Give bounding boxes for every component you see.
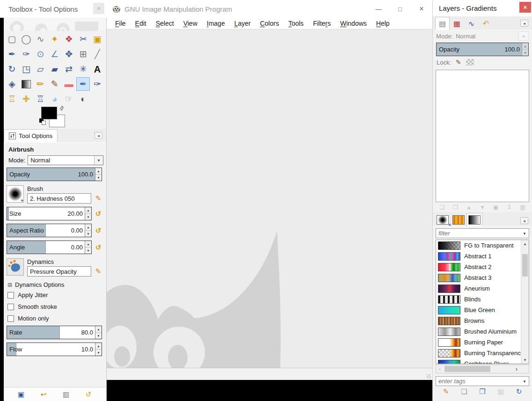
scroll-down-icon[interactable]: ▾ [521,356,529,364]
aspect-ratio-spinner[interactable]: ▲▼ [85,224,91,237]
paths-tool[interactable]: ✒ [5,47,19,61]
collapse-layers-dock-icon[interactable]: ◂ [520,20,528,27]
brush-preview-button[interactable]: + [7,185,24,203]
gradient-vertical-scrollbar[interactable]: ▴ ▾ [521,240,529,364]
paths-tab[interactable]: ∿ [464,17,479,30]
layers-close-button[interactable]: × [519,2,531,13]
opacity-slider[interactable]: Opacity 100.0 ▲▼ [7,168,102,181]
scroll-right-icon[interactable]: › [513,366,520,372]
collapse-tool-options-icon[interactable]: ◂ [95,132,102,139]
layers-titlebar[interactable]: Layers - Gradients × [433,0,532,16]
measure-tool[interactable]: ∠ [48,47,61,61]
delete-gradient-button[interactable]: ▦ [496,387,506,396]
reset-size-icon[interactable]: ↺ [93,209,103,219]
undo-history-tab[interactable]: ↶ [479,17,493,30]
gradient-abstract-2[interactable]: Abstract 2 [436,262,521,272]
foreground-select-tool[interactable]: ▣ [91,32,104,46]
smudge-tool[interactable]: ☞ [62,92,76,106]
gradient-blinds[interactable]: Blinds [436,294,521,305]
ink-tool[interactable]: ✑ [91,77,104,91]
image-canvas[interactable] [107,29,432,368]
duplicate-gradient-button[interactable]: ❐ [477,387,488,396]
gradient-tool[interactable] [19,77,33,91]
reset-tool-options-button[interactable]: ↺ [83,390,94,399]
gradient-fg-to-transparent[interactable]: FG to Transparent [436,240,521,251]
bucket-fill-tool[interactable]: ◈ [5,77,19,91]
color-picker-tool[interactable]: ✑ [19,47,33,61]
eraser-tool[interactable]: ▬ [62,77,76,91]
new-layer-button[interactable]: ❏ [438,204,446,211]
new-gradient-button[interactable]: ❏ [459,387,469,396]
gradient-browns[interactable]: Browns [436,315,521,326]
flow-slider[interactable]: Flow 10.0 ▲▼ [7,343,102,356]
gradient-blue-green[interactable]: Blue Green [436,305,521,315]
blur-sharpen-tool[interactable]: ◕ [48,92,61,106]
heal-tool[interactable]: ✚ [19,92,33,106]
gradient-aneurism[interactable]: Aneurism [436,283,521,294]
delete-tool-preset-button[interactable]: ▥ [61,390,71,399]
close-button[interactable]: × [411,0,432,18]
swap-colors-icon[interactable]: ⇄ [58,104,66,112]
menu-select[interactable]: Select [151,18,179,29]
dynamics-options-expander[interactable]: ⊞ Dynamics Options [7,281,103,288]
menu-windows[interactable]: Windows [335,18,372,29]
paintbrush-tool[interactable]: ✎ [48,77,61,91]
gradient-caribbean-blues[interactable]: Caribbean Blues [436,358,521,364]
cage-transform-tool[interactable]: ✳ [76,62,90,76]
dynamics-name-field[interactable]: Pressure Opacity [27,266,91,277]
scroll-left-icon[interactable]: ‹ [436,366,444,372]
rate-spinner[interactable]: ▲▼ [95,326,102,339]
brush-name-field[interactable]: 2. Hardness 050 [27,193,91,204]
flow-spinner[interactable]: ▲▼ [95,343,102,356]
layers-list[interactable] [436,70,529,202]
angle-slider[interactable]: Angle 0.00 ▲▼ [7,241,92,254]
menu-image[interactable]: Image [202,18,230,29]
gradient-burning-transparency[interactable]: Burning Transparency [436,348,521,358]
dodge-burn-tool[interactable]: ◐ [76,92,90,106]
tab-tool-options[interactable]: Tool Options [4,129,58,142]
vertical-scroll-thumb[interactable] [522,254,528,277]
rate-slider[interactable]: Rate 80.0 ▲▼ [7,326,102,339]
anchor-layer-button[interactable]: ↧ [505,204,513,211]
angle-spinner[interactable]: ▲▼ [85,241,91,254]
edit-dynamics-icon[interactable]: ✎ [93,266,103,277]
toolbox-close-button[interactable]: × [93,3,104,14]
text-tool[interactable]: A [91,62,104,76]
menu-view[interactable]: View [179,18,202,29]
motion-only-checkbox[interactable]: Motion only [7,313,103,324]
crop-tool[interactable]: ╱ [91,47,104,61]
layer-opacity-slider[interactable]: Opacity 100.0 ▲▼ [436,43,529,56]
gradient-abstract-3[interactable]: Abstract 3 [436,272,521,283]
rectangle-select-tool[interactable]: ▢ [5,32,19,46]
perspective-clone-tool[interactable]: ♖ [34,92,47,106]
main-titlebar[interactable]: GNU Image Manipulation Program — □ × [107,0,432,18]
clone-tool[interactable]: ♖ [5,92,19,106]
layer-mode-dropdown[interactable]: ▾ [518,31,529,41]
align-tool[interactable]: ⊞ [76,47,90,61]
new-layer-group-button[interactable]: ❐ [452,204,460,211]
menu-tools[interactable]: Tools [284,18,308,29]
layer-opacity-spinner[interactable]: ▲▼ [522,43,528,56]
layers-tab[interactable]: ▤ [435,17,450,30]
filter-dropdown-icon[interactable]: ▾ [520,231,529,236]
reset-angle-icon[interactable]: ↺ [93,242,103,253]
horizontal-scroll-thumb[interactable] [445,366,490,372]
aspect-ratio-slider[interactable]: Aspect Ratio 0.00 ▲▼ [7,224,92,237]
toolbox-titlebar[interactable]: Toolbox - Tool Options × [0,0,107,18]
collapse-gradients-dock-icon[interactable]: ◂ [520,217,528,224]
fuzzy-select-tool[interactable]: ✦ [48,32,61,46]
scroll-up-icon[interactable]: ▴ [521,240,529,248]
menu-colors[interactable]: Colors [255,18,284,29]
gradient-abstract-1[interactable]: Abstract 1 [436,251,521,262]
gradient-horizontal-scrollbar[interactable]: ‹ › [436,365,529,373]
brushes-tab[interactable]: + [435,214,451,226]
flip-tool[interactable]: ⇄ [62,62,76,76]
restore-tool-preset-button[interactable]: ↩ [38,390,49,399]
minimize-button[interactable]: — [368,0,389,18]
lock-pixels-icon[interactable]: ✎ [456,58,461,66]
menu-file[interactable]: File [110,18,131,29]
raise-layer-button[interactable]: ▲ [465,204,473,211]
refresh-gradients-button[interactable]: ↻ [514,387,524,396]
perspective-tool[interactable]: ▰ [48,62,61,76]
maximize-button[interactable]: □ [389,0,411,18]
